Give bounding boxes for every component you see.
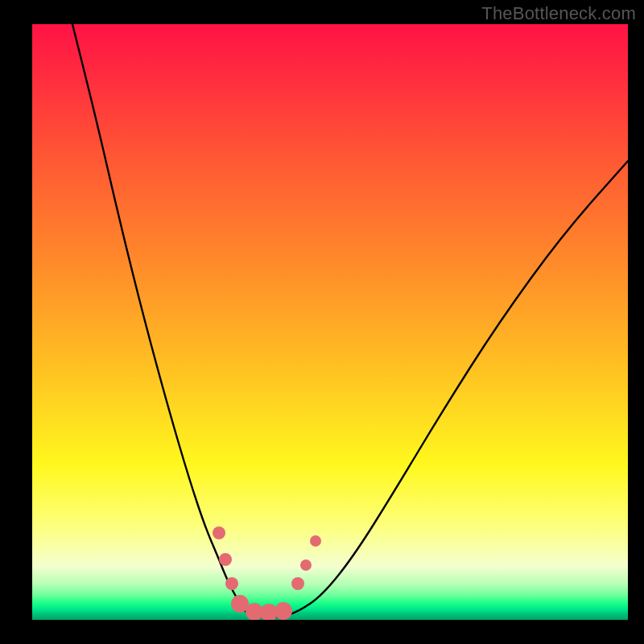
curve-marker xyxy=(300,559,312,571)
curve-marker xyxy=(219,553,232,566)
bottleneck-curve xyxy=(72,24,628,617)
curve-layer xyxy=(32,24,628,620)
curve-marker xyxy=(225,577,238,590)
curve-marker xyxy=(213,526,225,539)
plot-area xyxy=(32,24,628,620)
curve-marker xyxy=(275,602,292,620)
chart-frame: TheBottleneck.com xyxy=(0,0,644,644)
curve-marker xyxy=(310,535,321,547)
curve-marker xyxy=(291,577,304,590)
watermark-text: TheBottleneck.com xyxy=(481,3,636,24)
